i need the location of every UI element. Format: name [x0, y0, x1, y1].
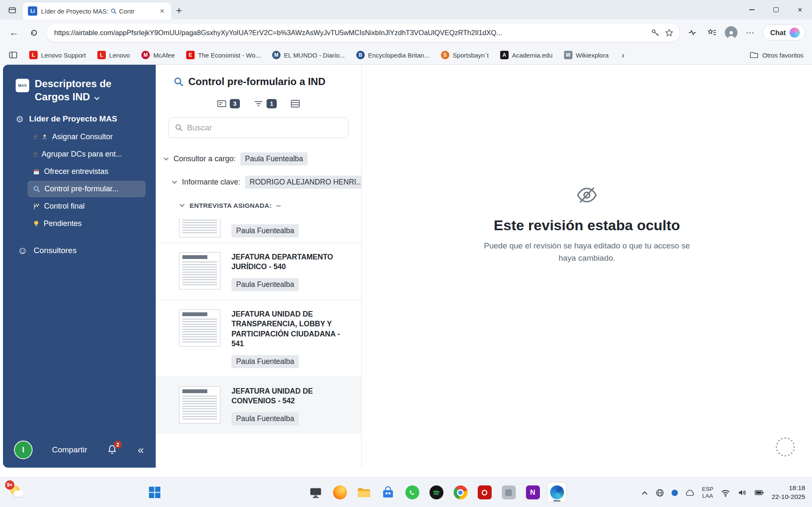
workspace-title: Descriptores de Cargos IND	[35, 77, 148, 103]
sidebar-item-pendientes[interactable]: Pendientes	[28, 215, 146, 232]
sidebar-item-control-pre-formulario[interactable]: Control pre-formular...	[28, 181, 146, 197]
record-card-542[interactable]: JEFATURA UNIDAD DE CONVENIOS - 542 Paula…	[156, 377, 361, 434]
firefox-app[interactable]	[330, 482, 350, 503]
password-key-icon[interactable]	[651, 28, 660, 37]
filter-tool[interactable]: 1	[253, 99, 277, 109]
record-card-partial[interactable]: Paula Fuentealba	[156, 218, 361, 243]
notifications-button[interactable]: 2	[107, 444, 118, 456]
taskbar-clock[interactable]: 18:18 22-10-2025	[772, 484, 805, 501]
bookmark-wikiexplora[interactable]: WWikiexplora	[564, 51, 609, 59]
group-entrevista-asignada[interactable]: ENTREVISTA ASIGNADA: –	[156, 194, 361, 217]
edge-app[interactable]	[547, 482, 567, 503]
acrobat-app[interactable]	[475, 482, 494, 503]
record-card-540[interactable]: JEFATURA DEPARTAMENTO JURÍDICO - 540 Pau…	[156, 243, 361, 300]
fields-tool[interactable]: 3	[217, 99, 240, 109]
chrome-app[interactable]	[451, 482, 470, 503]
spotify-app[interactable]	[427, 482, 446, 503]
tab-close-button[interactable]: ×	[157, 6, 168, 17]
hidden-icons-chevron[interactable]	[641, 490, 648, 496]
minimize-button[interactable]	[740, 0, 764, 19]
chevron-down-icon[interactable]	[94, 96, 100, 100]
loading-spinner	[776, 437, 795, 457]
bookmark-lenovo-support[interactable]: LLenovo Support	[29, 51, 86, 59]
refresh-button[interactable]	[27, 25, 41, 40]
onenote-app[interactable]: N	[523, 482, 542, 503]
url-input[interactable]	[54, 29, 646, 37]
bookmark-mcafee[interactable]: MMcAfee	[141, 51, 175, 59]
gear-icon: ⚙	[16, 115, 24, 124]
collapse-sidebar-button[interactable]: «	[138, 444, 144, 455]
sidebar-toggle-icon[interactable]	[8, 50, 18, 60]
profile-avatar[interactable]	[725, 26, 738, 39]
bookmark-economist[interactable]: EThe Economist - Wo...	[186, 51, 261, 59]
close-window-button[interactable]: ×	[788, 0, 812, 19]
favorites-bar-button[interactable]	[705, 25, 719, 40]
search-box[interactable]	[168, 117, 349, 138]
wifi-icon[interactable]	[721, 488, 730, 497]
bookmark-favicon: S	[441, 51, 449, 59]
document-thumbnail	[179, 252, 220, 289]
group-label: Informante clave:	[182, 178, 240, 187]
rows-tool[interactable]	[290, 99, 300, 109]
browser-essentials-button[interactable]	[685, 25, 699, 40]
tray-app-icon[interactable]	[672, 490, 678, 496]
group-value: –	[276, 201, 281, 210]
browser-tab-bar: Lí Líder de Proyecto MAS: Contr × + ×	[0, 0, 812, 19]
maximize-button[interactable]	[764, 0, 788, 19]
document-thumbnail	[179, 218, 220, 237]
desktop-monitor-app[interactable]	[306, 482, 325, 503]
pointing-finger-icon: ☝	[33, 151, 37, 158]
group-consultor-a-cargo[interactable]: Consultor a cargo: Paula Fuentealba	[156, 147, 361, 171]
microsoft-store-app[interactable]	[378, 482, 398, 503]
bookmark-lenovo[interactable]: LLenovo	[97, 51, 130, 59]
widgets-button[interactable]: 9+	[7, 483, 26, 502]
file-explorer-app[interactable]	[354, 482, 374, 503]
chevron-down-icon[interactable]	[163, 157, 169, 161]
record-card-541[interactable]: JEFATURA UNIDAD DE TRANSPARENCIA, LOBBY …	[156, 300, 361, 377]
group-headers: Consultor a cargo: Paula Fuentealba Info…	[156, 147, 361, 217]
share-button[interactable]: Compartir	[52, 445, 87, 455]
sidebar-section-consultores[interactable]: ☺ Consultores	[3, 233, 156, 256]
calendar-icon	[33, 168, 40, 175]
back-button[interactable]: ←	[7, 25, 21, 40]
bookmark-sportsbay[interactable]: SSportsbayn´t	[441, 51, 489, 59]
start-button[interactable]	[149, 487, 160, 498]
favorite-star-icon[interactable]	[665, 28, 674, 37]
sidebar-item-asignar-consultor[interactable]: ☝ Asignar Consultor	[28, 129, 146, 145]
windows-taskbar: 9+ N ESP LAA 18:18 22-10-2025	[0, 477, 812, 507]
user-avatar[interactable]: I	[14, 441, 33, 459]
lightbulb-icon	[33, 220, 39, 227]
sidebar-item-agrupar-dcs[interactable]: ☝ Agrupar DCs para ent...	[28, 146, 146, 163]
sidebar-item-control-final[interactable]: Control final	[28, 198, 146, 215]
address-bar[interactable]	[47, 24, 680, 42]
gray-app[interactable]	[499, 482, 518, 503]
sidebar-item-ofrecer-entrevistas[interactable]: Ofrecer entrevistas	[28, 163, 146, 180]
group-informante-clave[interactable]: Informante clave: RODRIGO ALEJANDRO HENR…	[156, 171, 361, 194]
battery-icon[interactable]	[754, 488, 765, 497]
volume-icon[interactable]	[738, 488, 747, 497]
chevron-down-icon[interactable]	[172, 180, 177, 184]
workspace-header[interactable]: MAS Descriptores de Cargos IND	[3, 65, 156, 103]
bookmark-britannica[interactable]: BEncyclopedia Britan...	[356, 51, 429, 59]
document-thumbnail	[179, 386, 220, 424]
chevron-down-icon[interactable]	[179, 204, 185, 207]
bookmark-favicon: A	[500, 51, 509, 59]
minimize-icon	[749, 9, 754, 10]
other-favorites-button[interactable]: Otros favoritos	[750, 51, 804, 59]
language-indicator[interactable]: ESP LAA	[702, 486, 713, 499]
workspace-logo: MAS	[16, 79, 29, 92]
tab-actions-menu-button[interactable]	[5, 3, 19, 17]
settings-menu-button[interactable]: ⋯	[743, 25, 757, 40]
network-globe-icon[interactable]	[655, 488, 664, 497]
search-input[interactable]	[187, 123, 342, 132]
bookmark-elmundo[interactable]: MEL MUNDO - Diario...	[272, 51, 345, 59]
tab-actions-icon	[8, 6, 17, 14]
chat-button[interactable]: Chat	[763, 25, 805, 41]
bookmarks-overflow-chevron[interactable]: ›	[622, 50, 625, 60]
bookmark-academia[interactable]: AAcademia.edu	[500, 51, 553, 59]
browser-tab[interactable]: Lí Líder de Proyecto MAS: Contr ×	[23, 3, 171, 19]
onedrive-cloud-icon[interactable]	[685, 489, 695, 496]
sidebar-section-lider-proyecto[interactable]: ⚙ Líder de Proyecto MAS	[3, 103, 156, 124]
new-tab-button[interactable]: +	[176, 6, 182, 16]
whatsapp-app[interactable]	[402, 482, 422, 503]
